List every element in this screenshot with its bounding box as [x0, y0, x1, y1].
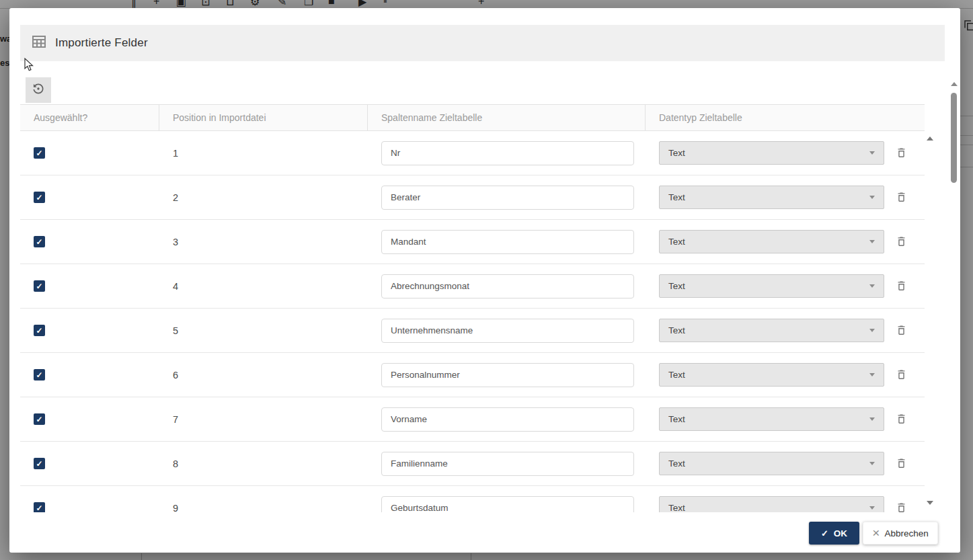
- datatype-value: Text: [668, 414, 685, 424]
- chevron-down-icon: [869, 240, 875, 243]
- table-grid-icon: [32, 36, 46, 50]
- close-icon: ×: [872, 526, 880, 539]
- column-name-input[interactable]: [381, 141, 634, 165]
- row-selected-checkbox[interactable]: ✓: [34, 236, 45, 247]
- position-value: 2: [173, 192, 178, 203]
- datatype-value: Text: [668, 281, 685, 291]
- datatype-dropdown[interactable]: Text: [659, 274, 884, 298]
- delete-row-icon[interactable]: [896, 236, 907, 247]
- table-row: ✓ 4 Text: [20, 264, 925, 309]
- check-icon: ✓: [36, 504, 42, 512]
- datatype-dropdown[interactable]: Text: [659, 230, 884, 253]
- table-row: ✓ 3 Text: [20, 220, 925, 264]
- position-value: 4: [173, 281, 178, 292]
- delete-row-icon[interactable]: [896, 147, 907, 159]
- row-selected-checkbox[interactable]: ✓: [34, 369, 45, 381]
- row-selected-checkbox[interactable]: ✓: [34, 147, 45, 159]
- check-icon: ✓: [36, 194, 42, 202]
- datatype-value: Text: [668, 458, 685, 469]
- row-selected-checkbox[interactable]: ✓: [34, 280, 45, 292]
- reset-mapping-button[interactable]: [26, 77, 51, 103]
- datatype-value: Text: [668, 325, 685, 335]
- datatype-dropdown[interactable]: Text: [659, 186, 884, 209]
- position-value: 5: [173, 325, 178, 336]
- table-row: ✓ 6 Text: [20, 353, 925, 397]
- position-value: 8: [173, 458, 178, 469]
- column-name-input[interactable]: [381, 496, 634, 513]
- chevron-down-icon: [869, 284, 875, 288]
- chevron-down-icon: [869, 506, 875, 510]
- dialog-titlebar: Importierte Felder: [20, 25, 945, 61]
- table-body: ✓ 1 Text ✓ 2: [20, 131, 925, 512]
- chevron-down-icon: [869, 329, 875, 332]
- datatype-dropdown[interactable]: Text: [659, 319, 884, 342]
- delete-row-icon[interactable]: [896, 502, 907, 512]
- table-scroll-up-icon[interactable]: [927, 136, 933, 141]
- position-value: 9: [173, 503, 178, 513]
- header-position: Position in Importdatei: [159, 105, 368, 130]
- position-value: 6: [173, 370, 178, 381]
- check-icon: ✓: [36, 415, 42, 424]
- column-name-input[interactable]: [381, 274, 634, 298]
- column-name-input[interactable]: [381, 363, 634, 387]
- datatype-dropdown[interactable]: Text: [659, 141, 884, 165]
- column-name-input[interactable]: [381, 319, 634, 343]
- datatype-dropdown[interactable]: Text: [659, 496, 884, 512]
- table-scroll-down-icon[interactable]: [927, 501, 933, 505]
- position-value: 1: [173, 148, 178, 159]
- header-ausgewaehlt: Ausgewählt?: [20, 105, 159, 130]
- delete-row-icon[interactable]: [896, 369, 907, 381]
- delete-row-icon[interactable]: [896, 192, 907, 203]
- datatype-value: Text: [668, 148, 685, 158]
- delete-row-icon[interactable]: [896, 325, 907, 336]
- dialog-title: Importierte Felder: [55, 36, 148, 50]
- chevron-down-icon: [869, 373, 875, 376]
- delete-row-icon[interactable]: [896, 458, 907, 469]
- datatype-value: Text: [668, 370, 685, 380]
- chevron-down-icon: [869, 462, 875, 465]
- datatype-dropdown[interactable]: Text: [659, 407, 884, 431]
- chevron-down-icon: [869, 417, 875, 421]
- dialog-scrollbar-thumb[interactable]: [951, 93, 957, 183]
- dialog-scroll-up-icon[interactable]: [951, 82, 958, 86]
- header-spaltenname: Spaltenname Zieltabelle: [368, 105, 646, 130]
- row-selected-checkbox[interactable]: ✓: [34, 325, 45, 336]
- table-row: ✓ 8 Text: [20, 442, 925, 486]
- table-header-row: Ausgewählt? Position in Importdatei Spal…: [20, 104, 925, 131]
- check-icon: ✓: [36, 238, 42, 246]
- table-row: ✓ 1 Text: [20, 131, 925, 175]
- column-name-input[interactable]: [381, 230, 634, 254]
- datatype-dropdown[interactable]: Text: [659, 363, 884, 387]
- delete-row-icon[interactable]: [896, 280, 907, 292]
- row-selected-checkbox[interactable]: ✓: [34, 413, 45, 425]
- ok-button[interactable]: ✓ OK: [809, 522, 859, 545]
- header-datentyp: Datentyp Zieltabelle: [646, 105, 925, 130]
- row-selected-checkbox[interactable]: ✓: [34, 458, 45, 469]
- datatype-value: Text: [668, 503, 685, 512]
- screen: ∥+▣⊡⊔⚙✎❐■▶▪+ wa es: [0, 0, 973, 560]
- check-icon: ✓: [821, 528, 828, 538]
- row-selected-checkbox[interactable]: ✓: [34, 192, 45, 203]
- chevron-down-icon: [869, 151, 875, 155]
- check-icon: ✓: [36, 282, 42, 290]
- table-row: ✓ 9 Text: [20, 486, 925, 512]
- delete-row-icon[interactable]: [896, 413, 907, 425]
- row-selected-checkbox[interactable]: ✓: [34, 502, 45, 512]
- column-name-input[interactable]: [381, 452, 634, 476]
- check-icon: ✓: [36, 327, 42, 335]
- check-icon: ✓: [36, 149, 42, 157]
- datatype-value: Text: [668, 237, 685, 247]
- table-row: ✓ 7 Text: [20, 397, 925, 442]
- table-row: ✓ 2 Text: [20, 175, 925, 220]
- restore-icon: [32, 82, 45, 98]
- cancel-button[interactable]: × Abbrechen: [863, 522, 938, 545]
- datatype-dropdown[interactable]: Text: [659, 452, 884, 475]
- column-name-input[interactable]: [381, 186, 634, 210]
- position-value: 7: [173, 414, 178, 425]
- table-row: ✓ 5 Text: [20, 309, 925, 353]
- chevron-down-icon: [869, 196, 875, 199]
- position-value: 3: [173, 237, 178, 247]
- column-name-input[interactable]: [381, 407, 634, 432]
- datatype-value: Text: [668, 192, 685, 202]
- check-icon: ✓: [36, 460, 42, 468]
